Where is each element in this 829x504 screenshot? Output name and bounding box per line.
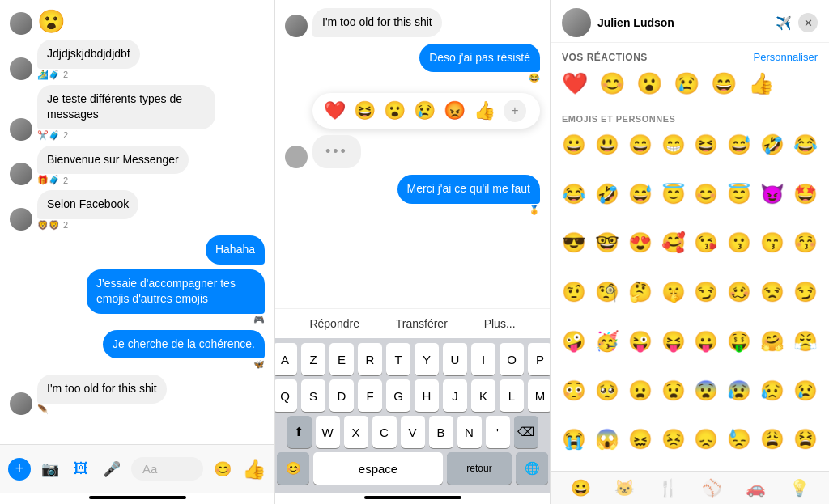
emoji-10[interactable]: 🤣 (592, 178, 623, 210)
reaction-sad[interactable]: 😢 (414, 100, 436, 121)
customize-button[interactable]: Personnaliser (754, 51, 818, 63)
camera-button[interactable]: 📷 (39, 458, 62, 481)
emoji-12[interactable]: 😇 (657, 178, 689, 210)
emoji-47[interactable]: 😥 (757, 375, 789, 407)
emoji-38[interactable]: 🤑 (724, 325, 755, 358)
emoji-36[interactable]: 😝 (657, 325, 689, 358)
emoji-48[interactable]: 😢 (789, 375, 821, 407)
emoji-31[interactable]: 😒 (757, 276, 789, 308)
key-r[interactable]: R (358, 343, 382, 375)
key-a[interactable]: A (275, 343, 297, 375)
emoji-56[interactable]: 😫 (789, 423, 821, 455)
message-bubble[interactable]: Je cherche de la cohérence. (103, 330, 265, 359)
message-bubble[interactable]: Je teste différents types de messages (37, 85, 215, 129)
emoji-23[interactable]: 😙 (757, 227, 789, 259)
message-input[interactable]: Aa (131, 457, 203, 481)
emoji-51[interactable]: 😖 (625, 423, 657, 455)
emoji-32[interactable]: 😏 (789, 276, 821, 308)
emoji-53[interactable]: 😞 (691, 423, 722, 455)
reaction-angry[interactable]: 😡 (444, 100, 466, 121)
emoji-14[interactable]: 😇 (724, 178, 755, 210)
key-globe[interactable]: 🌐 (516, 452, 548, 485)
key-c[interactable]: C (372, 416, 397, 448)
reaction-heart[interactable]: ❤️ (324, 100, 346, 121)
emoji-15[interactable]: 😈 (757, 178, 789, 210)
key-l[interactable]: L (500, 379, 524, 412)
key-v[interactable]: V (401, 416, 425, 448)
emoji-45[interactable]: 😨 (691, 375, 722, 407)
key-o[interactable]: O (500, 343, 524, 375)
message-bubble[interactable]: Bienvenue sur Messenger (37, 146, 189, 175)
mic-button[interactable]: 🎤 (100, 458, 123, 481)
key-delete[interactable]: ⌫ (514, 416, 538, 448)
emoji-5[interactable]: 😆 (691, 129, 722, 161)
category-smileys[interactable]: 😀 (571, 478, 591, 498)
photo-button[interactable]: 🖼 (70, 458, 92, 481)
emoji-30[interactable]: 🥴 (724, 276, 755, 308)
emoji-2[interactable]: 😃 (592, 129, 623, 161)
emoji-27[interactable]: 🤔 (625, 276, 657, 308)
key-j[interactable]: J (443, 379, 467, 412)
reaction-thumb-btn[interactable]: 👍 (748, 71, 774, 96)
emoji-button[interactable]: 😊 (211, 458, 234, 481)
key-k[interactable]: K (471, 379, 495, 412)
key-p[interactable]: P (528, 343, 551, 375)
key-apostrophe[interactable]: ' (486, 416, 510, 448)
message-bubble[interactable]: Jdjdjskjdbdjdjdbf (37, 40, 140, 69)
message-bubble[interactable]: Merci j'ai ce qu'il me faut (397, 175, 540, 204)
key-z[interactable]: Z (301, 343, 325, 375)
key-emoji[interactable]: 😊 (277, 452, 309, 485)
emoji-41[interactable]: 😳 (559, 375, 590, 407)
emoji-54[interactable]: 😓 (724, 423, 755, 455)
emoji-19[interactable]: 😍 (625, 227, 657, 259)
close-button[interactable]: ✕ (798, 13, 818, 32)
emoji-21[interactable]: 😘 (691, 227, 722, 259)
emoji-9[interactable]: 😂 (559, 178, 590, 210)
emoji-17[interactable]: 😎 (559, 227, 590, 259)
key-e[interactable]: E (329, 343, 354, 375)
key-f[interactable]: F (358, 379, 382, 412)
key-u[interactable]: U (443, 343, 467, 375)
key-x[interactable]: X (344, 416, 368, 448)
key-space[interactable]: espace (313, 452, 443, 485)
category-objects[interactable]: 💡 (789, 478, 810, 498)
key-t[interactable]: T (386, 343, 410, 375)
reaction-like[interactable]: 👍 (474, 100, 495, 121)
emoji-39[interactable]: 🤗 (757, 325, 789, 358)
emoji-35[interactable]: 😜 (625, 325, 657, 358)
key-shift[interactable]: ⬆ (287, 416, 312, 448)
category-travel[interactable]: 🚗 (746, 478, 766, 498)
emoji-20[interactable]: 🥰 (657, 227, 689, 259)
emoji-25[interactable]: 🤨 (559, 276, 590, 308)
more-button[interactable]: Plus... (484, 317, 516, 330)
message-bubble[interactable]: Selon Facebook (37, 190, 138, 219)
emoji-18[interactable]: 🤓 (592, 227, 623, 259)
emoji-43[interactable]: 😦 (625, 375, 657, 407)
emoji-3[interactable]: 😄 (625, 129, 657, 161)
key-s[interactable]: S (301, 379, 325, 412)
key-h[interactable]: H (414, 379, 439, 412)
emoji-24[interactable]: 😚 (789, 227, 821, 259)
emoji-1[interactable]: 😀 (559, 129, 590, 161)
emoji-4[interactable]: 😁 (657, 129, 689, 161)
key-q[interactable]: Q (275, 379, 297, 412)
message-bubble[interactable]: Hahaha (206, 235, 265, 265)
emoji-13[interactable]: 😊 (691, 178, 722, 210)
reaction-picker[interactable]: ❤️ 😆 😮 😢 😡 👍 + (312, 93, 540, 129)
emoji-33[interactable]: 🤪 (559, 325, 590, 358)
key-b[interactable]: B (429, 416, 453, 448)
key-n[interactable]: N (457, 416, 482, 448)
add-reaction-button[interactable]: + (504, 100, 526, 122)
reaction-wow[interactable]: 😮 (384, 100, 406, 121)
category-food[interactable]: 🍴 (658, 478, 678, 498)
reaction-grin-btn[interactable]: 😄 (711, 71, 737, 96)
emoji-28[interactable]: 🤫 (657, 276, 689, 308)
emoji-52[interactable]: 😣 (657, 423, 689, 455)
emoji-40[interactable]: 😤 (789, 325, 821, 358)
emoji-29[interactable]: 😏 (691, 276, 722, 308)
emoji-34[interactable]: 🥳 (592, 325, 623, 358)
emoji-7[interactable]: 🤣 (757, 129, 789, 161)
emoji-55[interactable]: 😩 (757, 423, 789, 455)
emoji-37[interactable]: 😛 (691, 325, 722, 358)
like-button[interactable]: 👍 (242, 458, 266, 481)
